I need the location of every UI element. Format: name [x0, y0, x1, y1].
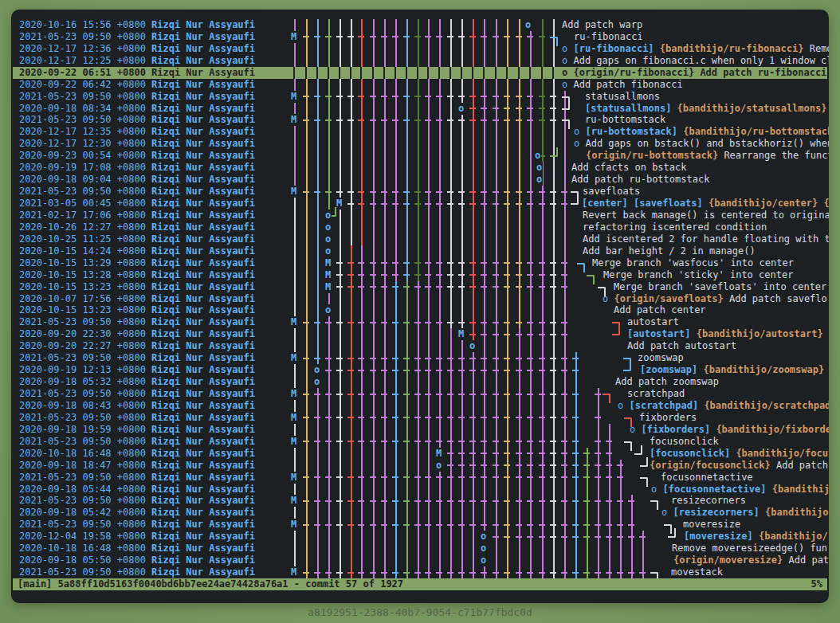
commit-row[interactable]: 2020-09-19 17:08 +0800Rizqi Nur Assyaufi… — [11, 162, 829, 174]
commit-author: Rizqi Nur Assyaufi — [151, 245, 255, 257]
commit-row[interactable]: 2020-10-15 13:29 +0800Rizqi Nur Assyaufi… — [11, 257, 829, 269]
graph-dash — [425, 441, 431, 442]
commit-author: Rizqi Nur Assyaufi — [151, 388, 255, 400]
graph-dash — [458, 453, 465, 454]
commit-row[interactable]: 2020-10-15 14:24 +0800Rizqi Nur Assyaufi… — [11, 245, 829, 257]
graph-dash — [358, 36, 364, 37]
commit-row[interactable]: 2021-05-23 09:50 +0800Rizqi Nur Assyaufi… — [11, 388, 829, 400]
graph-dash — [469, 108, 476, 109]
commit-row[interactable]: 2020-09-19 12:13 +0800Rizqi Nur Assyaufi… — [11, 364, 829, 376]
graph-dash — [425, 358, 431, 359]
message-segment: {bandithijo — [765, 507, 828, 518]
commit-row[interactable]: 2020-10-15 13:23 +0800Rizqi Nur Assyaufi… — [11, 304, 829, 316]
commit-row[interactable]: 2020-12-04 19:58 +0800Rizqi Nur Assyaufi… — [11, 531, 829, 543]
commit-row[interactable]: 2020-12-17 12:36 +0800Rizqi Nur Assyaufi… — [11, 43, 829, 55]
graph-dash — [425, 274, 431, 276]
commit-row[interactable]: 2020-09-18 05:50 +0800Rizqi Nur Assyaufi… — [11, 554, 829, 566]
commit-row[interactable]: 2021-02-17 17:06 +0800Rizqi Nur Assyaufi… — [11, 210, 829, 221]
commit-row[interactable]: 2020-09-18 05:44 +0800Rizqi Nur Assyaufi… — [11, 484, 829, 496]
commit-marker: o — [324, 221, 332, 233]
commit-row[interactable]: 2020-10-18 16:48 +0800Rizqi Nur Assyaufi… — [11, 448, 829, 460]
commit-row[interactable]: 2021-05-23 09:50 +0800Rizqi Nur Assyaufi… — [11, 412, 829, 424]
graph-dash — [447, 286, 453, 288]
graph-dash — [358, 441, 364, 442]
commit-row[interactable]: 2021-05-23 09:50 +0800Rizqi Nur Assyaufi… — [11, 316, 829, 328]
graph-dash — [370, 476, 376, 478]
commit-row[interactable]: 2021-05-23 09:50 +0800Rizqi Nur Assyaufi… — [11, 352, 829, 364]
commit-row[interactable]: 2020-09-20 22:27 +0800Rizqi Nur Assyaufi… — [11, 340, 829, 352]
commit-row[interactable]: 2020-09-18 19:59 +0800Rizqi Nur Assyaufi… — [11, 424, 829, 436]
graph-dash — [595, 394, 601, 395]
commit-row[interactable]: 2020-10-26 12:27 +0800Rizqi Nur Assyaufi… — [11, 221, 829, 233]
graph-dash — [358, 262, 364, 264]
commit-row[interactable]: 2020-10-15 13:23 +0800Rizqi Nur Assyaufi… — [11, 281, 829, 293]
graph-dash — [381, 322, 387, 323]
graph-dash — [336, 286, 343, 288]
commit-row[interactable]: 2020-10-15 13:28 +0800Rizqi Nur Assyaufi… — [11, 269, 829, 281]
commit-row[interactable]: 2021-03-05 00:45 +0800Rizqi Nur Assyaufi… — [11, 198, 829, 210]
graph-dash — [370, 572, 376, 574]
graph-dash — [425, 394, 431, 395]
commit-row[interactable]: 2020-12-17 12:35 +0800Rizqi Nur Assyaufi… — [11, 126, 829, 138]
commit-row[interactable]: 2020-10-16 15:56 +0800Rizqi Nur Assyaufi… — [11, 19, 829, 31]
graph-dash — [392, 36, 398, 37]
commit-row[interactable]: 2021-05-23 09:50 +0800Rizqi Nur Assyaufi… — [11, 519, 829, 531]
commit-row[interactable]: 2020-12-17 12:25 +0800Rizqi Nur Assyaufi… — [11, 55, 829, 67]
graph-dash — [550, 536, 556, 538]
commit-row[interactable]: 2020-12-17 12:30 +0800Rizqi Nur Assyaufi… — [11, 138, 829, 150]
graph-dash — [516, 453, 522, 454]
commit-row[interactable]: 2021-05-23 09:50 +0800Rizqi Nur Assyaufi… — [11, 495, 829, 507]
commit-author: Rizqi Nur Assyaufi — [151, 186, 255, 198]
graph-dash — [447, 262, 453, 264]
commit-row[interactable]: 2021-05-23 09:50 +0800Rizqi Nur Assyaufi… — [11, 31, 829, 43]
terminal-window: 2020-10-16 15:56 +0800Rizqi Nur Assyaufi… — [11, 10, 829, 603]
commit-row[interactable]: 2020-09-18 18:47 +0800Rizqi Nur Assyaufi… — [11, 460, 829, 472]
graph-dash — [347, 394, 354, 395]
commit-row[interactable]: 2020-09-18 05:32 +0800Rizqi Nur Assyaufi… — [11, 376, 829, 388]
commit-row[interactable]: 2021-05-23 09:50 +0800Rizqi Nur Assyaufi… — [11, 114, 829, 126]
commit-marker: o — [536, 162, 543, 174]
graph-dash — [504, 358, 510, 359]
commit-row[interactable]: 2021-05-23 09:50 +0800Rizqi Nur Assyaufi… — [11, 566, 829, 578]
commit-row[interactable]: 2020-10-18 16:48 +0800Rizqi Nur Assyaufi… — [11, 543, 829, 554]
commit-row[interactable]: 2020-09-18 09:04 +0800Rizqi Nur Assyaufi… — [11, 174, 829, 186]
message-segment: Add gaps on bstack() and bstackhoriz() w… — [585, 138, 829, 149]
graph-dash — [572, 476, 579, 478]
message-segment: [ru-fibonacci] — [573, 43, 654, 54]
graph-dash — [458, 96, 465, 97]
graph-dash — [493, 286, 499, 288]
commit-row[interactable]: 2020-09-18 05:42 +0800Rizqi Nur Assyaufi… — [11, 507, 829, 519]
commit-row[interactable]: 2020-09-18 08:34 +0800Rizqi Nur Assyaufi… — [11, 103, 829, 115]
graph-dash — [561, 358, 567, 359]
commit-row[interactable]: 2021-05-23 09:50 +0800Rizqi Nur Assyaufi… — [11, 91, 829, 103]
commit-date: 2020-09-18 19:59 +0800 — [19, 424, 146, 436]
commit-row[interactable]: 2020-10-25 11:25 +0800Rizqi Nur Assyaufi… — [11, 233, 829, 245]
commit-author: Rizqi Nur Assyaufi — [151, 162, 255, 174]
graph-dash — [539, 322, 545, 323]
graph-dash — [493, 453, 499, 454]
commit-marker: o — [524, 19, 532, 31]
commit-row[interactable]: 2021-05-23 09:50 +0800Rizqi Nur Assyaufi… — [11, 436, 829, 448]
commit-message: focusonnetactive — [661, 472, 753, 484]
commit-row[interactable]: 2020-10-07 17:56 +0800Rizqi Nur Assyaufi… — [11, 293, 829, 305]
selected-commit-row[interactable]: 2020-09-22 06:51 +0800Rizqi Nur Assyaufi… — [11, 67, 829, 79]
graph-dash — [447, 322, 453, 323]
commit-row[interactable]: 2020-09-20 22:30 +0800Rizqi Nur Assyaufi… — [11, 328, 829, 340]
graph-dash — [504, 441, 510, 442]
graph-dash — [358, 417, 364, 418]
graph-branch-connector — [550, 147, 558, 157]
merge-commit-marker: M — [290, 114, 297, 126]
graph-dash — [539, 334, 545, 335]
message-segment: o — [603, 293, 614, 304]
commit-row[interactable]: 2020-09-18 08:43 +0800Rizqi Nur Assyaufi… — [11, 400, 829, 412]
graph-dash — [336, 572, 343, 574]
graph-dash — [628, 500, 634, 502]
graph-dash — [447, 524, 453, 526]
commit-row[interactable]: 2020-09-23 00:54 +0800Rizqi Nur Assyaufi… — [11, 150, 829, 162]
commit-row[interactable]: 2020-09-22 06:42 +0800Rizqi Nur Assyaufi… — [11, 79, 829, 91]
commit-date: 2020-09-18 05:42 +0800 — [19, 507, 146, 519]
commit-date: 2020-10-15 13:23 +0800 — [19, 304, 146, 316]
graph-dash — [572, 441, 579, 442]
commit-row[interactable]: 2021-05-23 09:50 +0800Rizqi Nur Assyaufi… — [11, 472, 829, 484]
commit-row[interactable]: 2021-05-23 09:50 +0800Rizqi Nur Assyaufi… — [11, 186, 829, 198]
